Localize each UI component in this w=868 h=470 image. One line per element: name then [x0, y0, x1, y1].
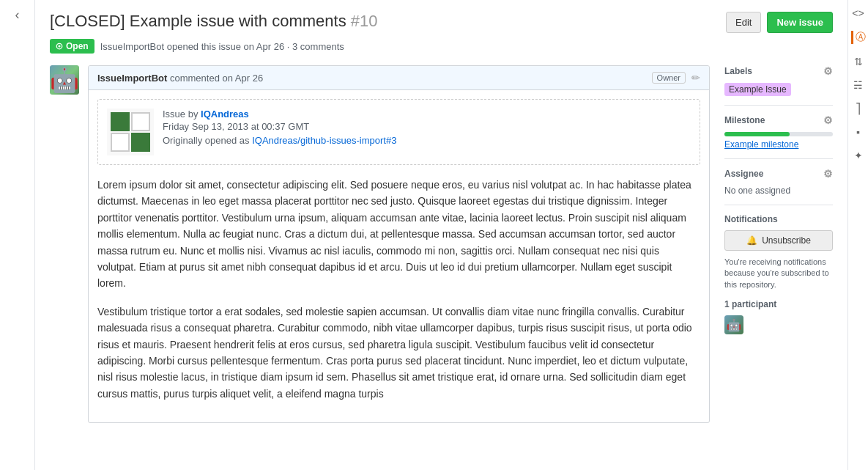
participant-avatar: 🤖	[724, 315, 743, 334]
open-icon	[56, 43, 63, 50]
notifications-text: You're receiving notifications because y…	[724, 257, 833, 290]
header-buttons: Edit New issue	[726, 12, 833, 33]
notifications-section: Notifications 🔔 Unsubscribe You're recei…	[724, 214, 833, 290]
right-sidebar: Labels ⚙ Example Issue Milestone ⚙ Examp…	[724, 65, 833, 423]
unsubscribe-button[interactable]: 🔔 Unsubscribe	[724, 230, 833, 251]
issue-original: Originally opened as IQAndreas/github-is…	[163, 135, 396, 146]
assignee-text: No one assigned	[724, 186, 790, 196]
milestone-name[interactable]: Example milestone	[724, 139, 798, 150]
pulls-icon[interactable]: ⇅	[854, 56, 863, 67]
edit-button[interactable]: Edit	[726, 12, 761, 33]
issue-meta: Open IssueImportBot opened this issue on…	[50, 39, 833, 54]
owner-badge: Owner	[652, 72, 686, 84]
commenter-avatar: 🤖	[50, 65, 79, 95]
milestone-header: Milestone ⚙	[724, 114, 833, 126]
comment-meta: IssueImportBot commented on Apr 26	[97, 73, 263, 84]
comment-paragraph-1: Lorem ipsum dolor sit amet, consectetur …	[97, 177, 700, 292]
labels-header: Labels ⚙	[724, 65, 833, 77]
graphs-icon[interactable]: ▪	[856, 126, 860, 138]
comments-section: 🤖 IssueImportBot commented on Apr 26 Own…	[50, 65, 710, 423]
comment-header-right: Owner ✏	[652, 72, 700, 84]
assignee-section: Assignee ⚙ No one assigned	[724, 168, 833, 205]
wiki-icon[interactable]: ☵	[853, 79, 863, 91]
comment-author: IssueImportBot	[97, 73, 167, 84]
notifications-header: Notifications	[724, 214, 833, 224]
issue-card-info: Issue by IQAndreas Friday Sep 13, 2013 a…	[163, 109, 396, 155]
issue-by: Issue by IQAndreas	[163, 109, 396, 120]
open-badge: Open	[50, 39, 94, 54]
issue-card: Issue by IQAndreas Friday Sep 13, 2013 a…	[97, 99, 700, 165]
participants-header: 1 participant	[724, 299, 833, 309]
bell-icon: 🔔	[746, 235, 757, 246]
issue-author-link[interactable]: IQAndreas	[201, 109, 249, 120]
milestone-gear-icon[interactable]: ⚙	[823, 114, 833, 126]
comment-block: 🤖 IssueImportBot commented on Apr 26 Own…	[50, 65, 710, 423]
issue-meta-text: IssueImportBot opened this issue on Apr …	[100, 41, 344, 52]
assignee-gear-icon[interactable]: ⚙	[823, 168, 833, 180]
settings-icon[interactable]: ✦	[854, 150, 863, 161]
back-icon[interactable]: ‹	[15, 7, 20, 23]
labels-gear-icon[interactable]: ⚙	[823, 65, 833, 77]
milestone-fill	[724, 132, 790, 136]
edit-comment-icon[interactable]: ✏	[691, 72, 700, 84]
issue-card-logo	[107, 109, 154, 155]
issue-header: [CLOSED] Example issue with comments #10…	[50, 12, 833, 33]
comment-text: Lorem ipsum dolor sit amet, consectetur …	[97, 177, 700, 402]
issue-number: #10	[351, 12, 378, 30]
pulse-icon[interactable]: ⎤	[856, 103, 861, 114]
comment-date: commented on Apr 26	[170, 73, 263, 84]
milestone-progress-bar	[724, 132, 833, 136]
issues-icon[interactable]: Ⓐ	[851, 31, 866, 44]
svg-point-1	[58, 45, 60, 47]
avatar-robot-icon: 🤖	[50, 66, 79, 94]
main-content: [CLOSED] Example issue with comments #10…	[35, 0, 847, 470]
comment-paragraph-2: Vestibulum tristique tortor a erat sodal…	[97, 304, 700, 402]
left-sidebar: ‹	[0, 0, 35, 470]
issue-original-date: Friday Sep 13, 2013 at 00:37 GMT	[163, 121, 396, 132]
code-icon[interactable]: <>	[852, 7, 864, 19]
comment-body: Issue by IQAndreas Friday Sep 13, 2013 a…	[89, 90, 709, 422]
labels-section: Labels ⚙ Example Issue	[724, 65, 833, 106]
example-issue-label[interactable]: Example Issue	[724, 83, 791, 96]
participants-section: 1 participant 🤖	[724, 299, 833, 334]
comment-box: IssueImportBot commented on Apr 26 Owner…	[88, 65, 710, 423]
original-issue-link[interactable]: IQAndreas/github-issues-import#3	[252, 135, 396, 146]
right-edge-panel: <> Ⓐ ⇅ ☵ ⎤ ▪ ✦	[847, 0, 868, 470]
new-issue-button[interactable]: New issue	[767, 12, 833, 33]
issue-title: [CLOSED] Example issue with comments #10	[50, 12, 378, 31]
milestone-section: Milestone ⚙ Example milestone	[724, 114, 833, 159]
comment-header: IssueImportBot commented on Apr 26 Owner…	[89, 66, 709, 90]
assignee-header: Assignee ⚙	[724, 168, 833, 180]
content-area: 🤖 IssueImportBot commented on Apr 26 Own…	[50, 65, 833, 423]
